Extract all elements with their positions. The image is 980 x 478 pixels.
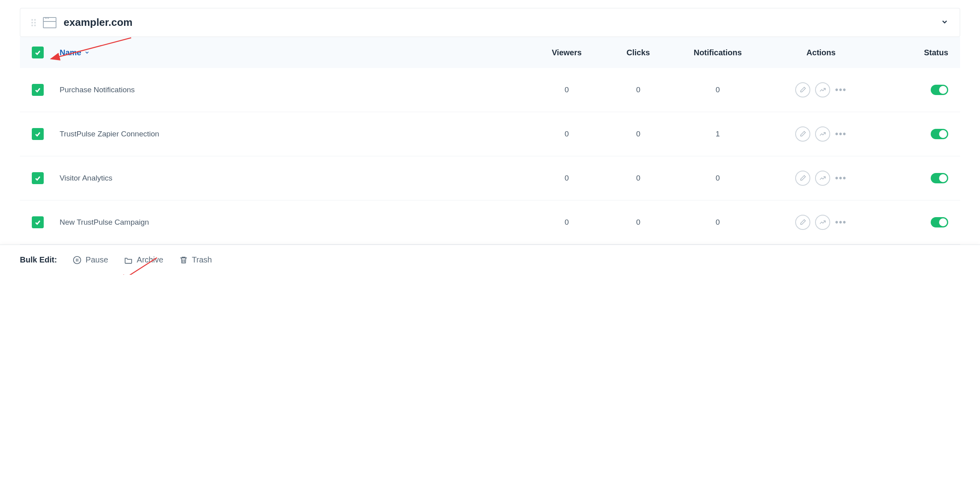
table-row: Visitor Analytics 0 0 0 •••	[20, 156, 960, 200]
row-actions: •••	[761, 215, 881, 230]
select-all-checkbox[interactable]	[32, 47, 44, 58]
column-header-name-label: Name	[60, 48, 81, 57]
notifications-value: 0	[674, 174, 761, 183]
check-icon	[34, 175, 41, 182]
row-checkbox[interactable]	[32, 128, 44, 140]
notifications-value: 0	[674, 218, 761, 227]
site-name: exampler.com	[64, 16, 132, 29]
analytics-button[interactable]	[815, 171, 830, 186]
analytics-button[interactable]	[815, 215, 830, 230]
table-row: TrustPulse Zapier Connection 0 0 1 •••	[20, 112, 960, 156]
bulk-archive-button[interactable]: Archive	[124, 255, 163, 264]
folder-icon	[124, 256, 133, 264]
status-toggle[interactable]	[931, 173, 948, 183]
more-actions-button[interactable]: •••	[835, 129, 846, 139]
pencil-icon	[799, 130, 806, 138]
collapse-toggle[interactable]	[941, 18, 949, 27]
status-toggle[interactable]	[931, 85, 948, 95]
status-toggle[interactable]	[931, 217, 948, 227]
column-header-status: Status	[881, 48, 948, 57]
table-header-row: Name Viewers Clicks Notifications Action…	[20, 37, 960, 68]
trend-icon	[819, 219, 826, 226]
bulk-trash-label: Trash	[192, 255, 212, 264]
trash-icon	[179, 256, 188, 264]
row-actions: •••	[761, 82, 881, 97]
chevron-down-icon	[941, 18, 949, 26]
check-icon	[34, 49, 41, 56]
edit-button[interactable]	[795, 126, 810, 142]
status-toggle[interactable]	[931, 129, 948, 139]
analytics-button[interactable]	[815, 82, 830, 97]
campaign-name[interactable]: New TrustPulse Campaign	[60, 218, 531, 227]
bulk-pause-label: Pause	[85, 255, 108, 264]
column-header-clicks[interactable]: Clicks	[602, 48, 674, 57]
notifications-value: 0	[674, 85, 761, 94]
row-checkbox[interactable]	[32, 172, 44, 184]
campaign-name[interactable]: Purchase Notifications	[60, 85, 531, 94]
row-checkbox[interactable]	[32, 216, 44, 228]
column-header-name[interactable]: Name	[60, 48, 531, 57]
more-actions-button[interactable]: •••	[835, 173, 846, 183]
clicks-value: 0	[602, 218, 674, 227]
campaigns-table: Name Viewers Clicks Notifications Action…	[20, 37, 960, 245]
viewers-value: 0	[531, 130, 602, 138]
table-row: Purchase Notifications 0 0 0 •••	[20, 68, 960, 112]
check-icon	[34, 219, 41, 226]
trend-icon	[819, 130, 826, 138]
drag-handle-icon[interactable]	[31, 19, 36, 26]
pencil-icon	[799, 175, 806, 182]
bulk-archive-label: Archive	[137, 255, 163, 264]
column-header-actions: Actions	[761, 48, 881, 57]
row-actions: •••	[761, 171, 881, 186]
viewers-value: 0	[531, 174, 602, 183]
more-actions-button[interactable]: •••	[835, 85, 846, 95]
trend-icon	[819, 86, 826, 93]
clicks-value: 0	[602, 130, 674, 138]
campaign-name[interactable]: TrustPulse Zapier Connection	[60, 130, 531, 138]
more-actions-button[interactable]: •••	[835, 217, 846, 227]
pencil-icon	[799, 219, 806, 226]
edit-button[interactable]	[795, 171, 810, 186]
bulk-edit-bar: Bulk Edit: Pause Archive Trash	[0, 245, 980, 275]
sort-chevron-icon	[84, 50, 90, 55]
svg-point-0	[74, 256, 81, 263]
site-header: exampler.com	[20, 8, 960, 37]
browser-window-icon	[43, 17, 56, 28]
notifications-value: 1	[674, 130, 761, 138]
column-header-viewers[interactable]: Viewers	[531, 48, 602, 57]
campaign-name[interactable]: Visitor Analytics	[60, 174, 531, 183]
pause-icon	[73, 256, 81, 264]
bulk-pause-button[interactable]: Pause	[73, 255, 108, 264]
check-icon	[34, 130, 41, 138]
site-header-left: exampler.com	[31, 16, 132, 29]
bulk-edit-label: Bulk Edit:	[20, 255, 57, 264]
trend-icon	[819, 175, 826, 182]
viewers-value: 0	[531, 85, 602, 94]
edit-button[interactable]	[795, 82, 810, 97]
row-actions: •••	[761, 126, 881, 142]
viewers-value: 0	[531, 218, 602, 227]
edit-button[interactable]	[795, 215, 810, 230]
column-header-notifications[interactable]: Notifications	[674, 48, 761, 57]
check-icon	[34, 86, 41, 93]
clicks-value: 0	[602, 174, 674, 183]
bulk-trash-button[interactable]: Trash	[179, 255, 212, 264]
pencil-icon	[799, 86, 806, 93]
row-checkbox[interactable]	[32, 84, 44, 96]
analytics-button[interactable]	[815, 126, 830, 142]
table-row: New TrustPulse Campaign 0 0 0 •••	[20, 200, 960, 245]
clicks-value: 0	[602, 85, 674, 94]
